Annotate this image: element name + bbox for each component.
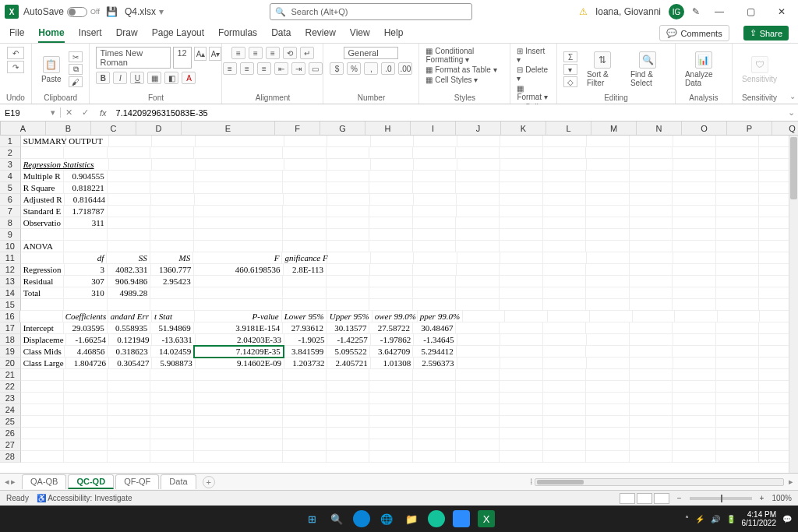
cell-I11[interactable] bbox=[414, 252, 457, 264]
cell-F26[interactable] bbox=[283, 428, 327, 439]
cell-D2[interactable] bbox=[150, 147, 194, 159]
cell-F19[interactable]: 3.841599 bbox=[284, 346, 327, 358]
fx-icon[interactable]: fx bbox=[94, 108, 113, 118]
comments-button[interactable]: 💬 Comments bbox=[659, 25, 729, 41]
cell-M23[interactable] bbox=[586, 393, 630, 404]
cell-C26[interactable] bbox=[108, 428, 151, 439]
cell-P18[interactable] bbox=[716, 334, 759, 346]
cell-C9[interactable] bbox=[108, 229, 151, 241]
row-header[interactable]: 6 bbox=[0, 194, 21, 206]
cell-H24[interactable] bbox=[369, 404, 413, 416]
cell-H9[interactable] bbox=[369, 229, 413, 241]
cell-M26[interactable] bbox=[586, 428, 630, 439]
cell-J14[interactable] bbox=[456, 287, 500, 299]
clear-icon[interactable]: ◇ bbox=[563, 76, 577, 87]
cell-A6[interactable]: Adjusted R bbox=[21, 194, 65, 206]
cell-I15[interactable] bbox=[413, 299, 457, 311]
cell-C25[interactable] bbox=[108, 416, 151, 428]
cell-G14[interactable] bbox=[327, 287, 370, 299]
cell-H16[interactable]: ower 99.0% bbox=[373, 311, 418, 322]
cell-I2[interactable] bbox=[413, 147, 457, 159]
row-header[interactable]: 15 bbox=[0, 299, 21, 311]
bold-icon[interactable]: B bbox=[96, 72, 110, 84]
cell-M20[interactable] bbox=[587, 358, 630, 369]
sheet-nav-next-icon[interactable]: ▸ bbox=[11, 477, 16, 487]
wrap-text-icon[interactable]: ↵ bbox=[300, 47, 314, 59]
cell-N17[interactable] bbox=[630, 322, 673, 334]
cell-L3[interactable] bbox=[543, 159, 586, 171]
cell-B21[interactable] bbox=[64, 369, 108, 381]
cell-L20[interactable] bbox=[543, 358, 586, 369]
column-header-B[interactable]: B bbox=[46, 122, 91, 135]
cell-M15[interactable] bbox=[586, 299, 630, 311]
menu-tab-data[interactable]: Data bbox=[271, 24, 291, 43]
cell-D1[interactable] bbox=[152, 136, 195, 147]
cell-C8[interactable] bbox=[108, 217, 151, 229]
row-header[interactable]: 25 bbox=[0, 416, 21, 428]
cell-C27[interactable] bbox=[108, 439, 151, 451]
cell-H6[interactable] bbox=[370, 194, 413, 206]
cell-G2[interactable] bbox=[327, 147, 370, 159]
cell-B8[interactable]: 311 bbox=[64, 217, 108, 229]
cell-B4[interactable]: 0.904555 bbox=[64, 171, 108, 182]
cell-I6[interactable] bbox=[414, 194, 457, 206]
cell-I19[interactable]: 5.294412 bbox=[413, 346, 456, 358]
autosave-toggle[interactable]: AutoSave Off bbox=[23, 6, 100, 17]
row-header[interactable]: 7 bbox=[0, 206, 21, 217]
cell-D17[interactable]: 51.94869 bbox=[150, 322, 194, 334]
column-header-F[interactable]: F bbox=[275, 122, 320, 135]
align-right-icon[interactable]: ≡ bbox=[257, 62, 271, 75]
redo-icon[interactable]: ↷ bbox=[7, 61, 24, 73]
cell-H13[interactable] bbox=[369, 276, 413, 287]
cell-P28[interactable] bbox=[716, 451, 760, 463]
cell-F18[interactable]: -1.9025 bbox=[284, 334, 327, 346]
cell-I7[interactable] bbox=[413, 206, 457, 217]
filename[interactable]: Q4.xlsx bbox=[125, 6, 156, 17]
cell-B22[interactable] bbox=[64, 381, 108, 393]
cell-L16[interactable] bbox=[548, 311, 590, 322]
cell-H15[interactable] bbox=[369, 299, 413, 311]
cell-N11[interactable] bbox=[630, 252, 673, 264]
edge-icon[interactable] bbox=[353, 510, 370, 527]
cell-E13[interactable] bbox=[194, 276, 284, 287]
column-header-D[interactable]: D bbox=[136, 122, 182, 135]
cell-A7[interactable]: Standard E bbox=[21, 206, 65, 217]
cell-K6[interactable] bbox=[500, 194, 542, 206]
share-button[interactable]: ⇪ Share bbox=[743, 26, 789, 41]
analyze-data-button[interactable]: 📊Analyze Data bbox=[682, 50, 726, 89]
cell-K3[interactable] bbox=[500, 159, 543, 171]
cell-J21[interactable] bbox=[456, 369, 500, 381]
cell-C15[interactable] bbox=[108, 299, 151, 311]
cell-M11[interactable] bbox=[587, 252, 630, 264]
cell-B7[interactable]: 1.718787 bbox=[64, 206, 108, 217]
cell-K9[interactable] bbox=[500, 229, 543, 241]
cell-O6[interactable] bbox=[673, 194, 715, 206]
column-header-Q[interactable]: Q bbox=[772, 122, 798, 135]
cell-A12[interactable]: Regression bbox=[21, 264, 65, 276]
copy-icon[interactable]: ⧉ bbox=[69, 64, 83, 75]
cell-B27[interactable] bbox=[64, 439, 108, 451]
cell-O4[interactable] bbox=[673, 171, 716, 182]
cell-J3[interactable] bbox=[457, 159, 500, 171]
cell-P16[interactable] bbox=[718, 311, 760, 322]
cell-M6[interactable] bbox=[586, 194, 629, 206]
paste-button[interactable]: 📋Paste bbox=[38, 55, 65, 85]
cell-M27[interactable] bbox=[586, 439, 630, 451]
row-header[interactable]: 12 bbox=[0, 264, 21, 276]
cell-N21[interactable] bbox=[630, 369, 673, 381]
cell-K15[interactable] bbox=[500, 299, 543, 311]
orientation-icon[interactable]: ⟲ bbox=[283, 47, 297, 59]
row-header[interactable]: 16 bbox=[0, 311, 20, 322]
cell-P7[interactable] bbox=[716, 206, 760, 217]
cell-C28[interactable] bbox=[108, 451, 151, 463]
cell-J25[interactable] bbox=[456, 416, 500, 428]
cell-M17[interactable] bbox=[586, 322, 630, 334]
cell-P6[interactable] bbox=[716, 194, 759, 206]
cell-G8[interactable] bbox=[327, 217, 370, 229]
cell-A17[interactable]: Intercept bbox=[21, 322, 65, 334]
cell-L15[interactable] bbox=[543, 299, 587, 311]
cell-K2[interactable] bbox=[500, 147, 543, 159]
insert-cells-button[interactable]: ⊞ Insert ▾ bbox=[517, 47, 550, 64]
cell-J28[interactable] bbox=[456, 451, 500, 463]
cell-P5[interactable] bbox=[716, 182, 760, 194]
